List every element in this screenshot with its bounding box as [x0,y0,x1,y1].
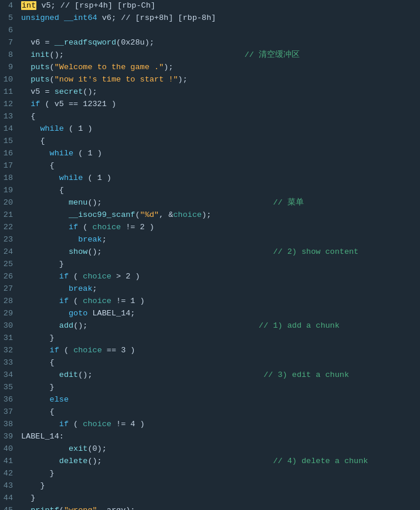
code-token: v6 = [21,38,55,47]
code-token: { [21,112,35,121]
code-token: LABEL_14: [21,432,64,441]
code-text: } [16,382,420,394]
line-number: 44 [0,492,16,505]
code-token: goto [21,309,87,318]
line-number: 27 [0,283,16,295]
code-token: ( [69,297,83,305]
line-number: 36 [0,394,16,406]
code-token: __int64 [64,13,97,22]
code-token: show [69,247,87,256]
code-text: LABEL_14: [16,431,420,443]
code-line: 10 puts("now it's time to start !"); [0,74,420,86]
code-line: 12 if ( v5 == 12321 ) [0,98,420,111]
code-token: choice [83,297,111,305]
code-token [59,13,64,22]
code-token [21,321,59,330]
line-number: 23 [0,234,16,246]
code-line: 35 } [0,382,420,394]
code-token: { [21,161,55,170]
code-token: while [21,124,64,133]
code-token: if [21,297,69,305]
line-number: 19 [0,185,16,197]
line-number: 4 [0,0,16,12]
code-token: ( v5 == 12321 ) [40,100,116,108]
code-token: if [21,420,69,429]
code-token: { [21,358,55,367]
line-number: 41 [0,455,16,468]
line-number: 43 [0,480,16,492]
code-text: int v5; // [rsp+4h] [rbp-Ch] [16,0,420,12]
code-line: 23 break; [0,234,420,246]
code-token: > 2 ) [111,272,140,281]
code-text: if ( v5 == 12321 ) [16,98,420,111]
code-line: 9 puts("Welcome to the game ."); [0,62,420,74]
code-token: ( 1 ) [83,174,111,182]
code-text: { [16,357,420,369]
code-token: // 2) show content [102,247,358,256]
code-token: != 4 ) [111,420,145,429]
code-line: 15 { [0,135,420,148]
code-token [21,198,69,207]
code-text: } [16,259,420,271]
code-token: { [21,407,55,416]
code-token [21,247,69,256]
code-token: } [21,334,55,342]
code-line: 20 menu(); // 菜单 [0,197,420,209]
code-token: unsigned [21,13,59,22]
line-number: 12 [0,98,16,111]
code-token: // 4) delete a chunk [102,457,368,465]
code-token [21,444,69,453]
line-number: 6 [0,25,16,37]
code-line: 7 v6 = __readfsqword(0x28u); [0,37,420,49]
code-token: __isoc99_scanf [69,210,135,219]
code-text: { [16,111,420,123]
code-token: // 1) add a chunk [87,321,339,330]
code-text: if ( choice == 3 ) [16,345,420,357]
code-line: 40 exit(0); [0,443,420,455]
code-text: { [16,185,420,197]
code-line: 36 else [0,394,420,406]
code-token: __readfsqword [55,38,116,47]
code-line: 19 { [0,185,420,197]
code-text: while ( 1 ) [16,123,420,135]
line-number: 29 [0,308,16,320]
code-token: else [21,395,69,404]
code-text: add(); // 1) add a chunk [16,320,420,332]
code-token [21,50,31,59]
code-token: ( 1 ) [64,124,93,133]
code-token: puts [31,63,49,72]
code-viewer: 4 int v5; // [rsp+4h] [rbp-Ch] 5 unsigne… [0,0,420,510]
code-token: if [21,346,59,355]
code-token: (); [87,198,101,207]
code-text: break; [16,234,420,246]
code-token: v5 = [21,87,55,96]
code-token: ; [93,284,97,293]
line-number: 16 [0,148,16,160]
code-token: choice [173,210,202,219]
line-number: 8 [0,49,16,62]
code-token: break [21,284,93,293]
code-token: ); [178,75,187,84]
code-token: == 3 ) [102,346,136,355]
code-token: while [21,149,73,158]
code-line: 26 if ( choice > 2 ) [0,271,420,283]
code-token: while [21,174,83,182]
code-line: 34 edit(); // 3) edit a chunk [0,369,420,382]
line-number: 26 [0,271,16,283]
code-text: if ( choice != 2 ) [16,222,420,234]
code-line: 27 break; [0,283,420,295]
code-token [21,506,31,510]
code-token: if [21,223,78,232]
code-token: if [21,100,40,108]
code-token: edit [59,370,78,379]
code-token: // 3) edit a chunk [93,370,349,379]
code-line: 29 goto LABEL_14; [0,308,420,320]
code-token: (); [73,321,87,330]
code-token: exit [69,444,87,453]
line-number: 31 [0,332,16,345]
code-line: 4 int v5; // [rsp+4h] [rbp-Ch] [0,0,420,12]
code-token: // 清空缓冲区 [64,50,300,59]
code-token: } [21,481,45,490]
code-text: init(); // 清空缓冲区 [16,49,420,62]
code-text: { [16,406,420,419]
